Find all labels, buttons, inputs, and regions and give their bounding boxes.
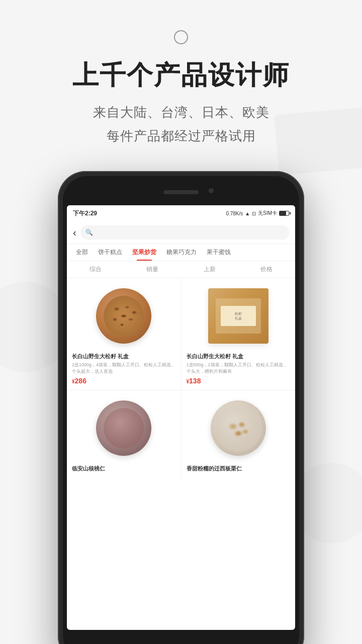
product-name-1: 长白山野生大松籽 礼盒 [72,353,176,360]
phone-inner: 下午2:29 0.78K/s ▲ ⊡ 无SIM卡 ‹ � [63,176,299,644]
battery-icon [279,211,289,216]
wifi-icon: ▲ [245,211,250,216]
category-tab-nuts[interactable]: 坚果炒货 [127,244,161,261]
status-bar: 下午2:29 0.78K/s ▲ ⊡ 无SIM卡 [67,205,295,221]
chestnut-texture [221,411,256,446]
product-card-4[interactable]: 香甜粉糯的迁西板栗仁 [182,390,296,479]
product-image-1 [72,283,176,349]
circle-icon [174,30,188,44]
sort-tab-sales[interactable]: 销量 [124,264,182,275]
bg-decoration-1 [274,107,362,176]
product-image-2: 松籽礼盒 [187,283,291,349]
main-title: 上千个产品设计师 [0,59,362,91]
product-price-2: ¥138 [187,377,291,385]
volume-up-button [58,282,59,312]
speaker [163,190,199,194]
back-button[interactable]: ‹ [73,227,76,238]
gift-box-image: 松籽礼盒 [208,288,268,344]
subtitle-line2: 每件产品都经过严格试用 [107,128,256,143]
product-price-1: ¥286 [72,377,176,385]
nut-texture [106,298,141,334]
mute-button [58,252,59,272]
signal-icon: ⊡ [252,211,256,216]
product-name-2: 长白山野生大松籽 礼盒 [187,353,291,360]
status-time: 下午2:29 [73,209,97,218]
power-button [303,272,304,302]
gift-box-label: 松籽礼盒 [221,306,256,326]
product-grid: 长白山野生大松籽 礼盒 2盒1000g，4袋装，颗颗人工开口、粒粒人工精选、个头… [67,278,295,479]
product-image-3 [72,395,176,461]
search-bar[interactable]: 🔍 [80,225,289,239]
product-name-4: 香甜粉糯的迁西板栗仁 [187,465,291,472]
network-speed: 0.78K/s [226,211,243,216]
walnut-image [96,400,151,456]
category-tab-dried[interactable]: 果干蜜饯 [202,244,236,261]
product-card-1[interactable]: 长白山野生大松籽 礼盒 2盒1000g，4袋装，颗颗人工开口、粒粒人工精选、个头… [67,278,181,390]
product-card-2[interactable]: 松籽礼盒 长白山野生大松籽 礼盒 1盒500g，2袋装，颗颗人工开口、粒粒人工精… [182,278,296,390]
product-image-4 [187,395,291,461]
sort-tabs: 综合 销量 上新 价格 [67,261,295,278]
chestnut-image [211,400,266,456]
product-card-3[interactable]: 临安山核桃仁 [67,390,181,479]
sort-tab-new[interactable]: 上新 [181,264,238,275]
sim-label: 无SIM卡 [258,210,277,217]
pine-nuts-image [96,288,151,344]
front-camera [209,188,214,193]
product-desc-2: 1盒500g，2袋装，颗颗人工开口、粒粒人工精选，个头大，赠剥片和麻布 [187,362,291,374]
price-value-2: 138 [189,377,201,385]
category-tab-candy[interactable]: 糖果巧克力 [161,244,202,261]
category-tab-all[interactable]: 全部 [71,244,93,261]
status-right: 0.78K/s ▲ ⊡ 无SIM卡 [226,210,289,217]
product-desc-1: 2盒1000g，4袋装，颗颗人工开口、粒粒人工精选、个头超大，送人首选 [72,362,176,374]
category-tab-biscuit[interactable]: 饼干糕点 [93,244,127,261]
price-value-1: 286 [75,377,86,385]
phone-mockup: 下午2:29 0.78K/s ▲ ⊡ 无SIM卡 ‹ � [58,171,304,644]
category-tabs: 全部 饼干糕点 坚果炒货 糖果巧克力 果干蜜饯 [67,244,295,261]
sort-tab-comprehensive[interactable]: 综合 [67,264,124,275]
subtitle-line1: 来自大陆、台湾、日本、欧美 [93,105,269,120]
sort-tab-price[interactable]: 价格 [238,264,296,275]
app-header: ‹ 🔍 [67,221,295,244]
phone-outer: 下午2:29 0.78K/s ▲ ⊡ 无SIM卡 ‹ � [58,171,304,644]
product-name-3: 临安山核桃仁 [72,465,176,472]
volume-down-button [58,322,59,352]
phone-screen: 下午2:29 0.78K/s ▲ ⊡ 无SIM卡 ‹ � [67,205,295,630]
search-icon: 🔍 [85,229,93,236]
